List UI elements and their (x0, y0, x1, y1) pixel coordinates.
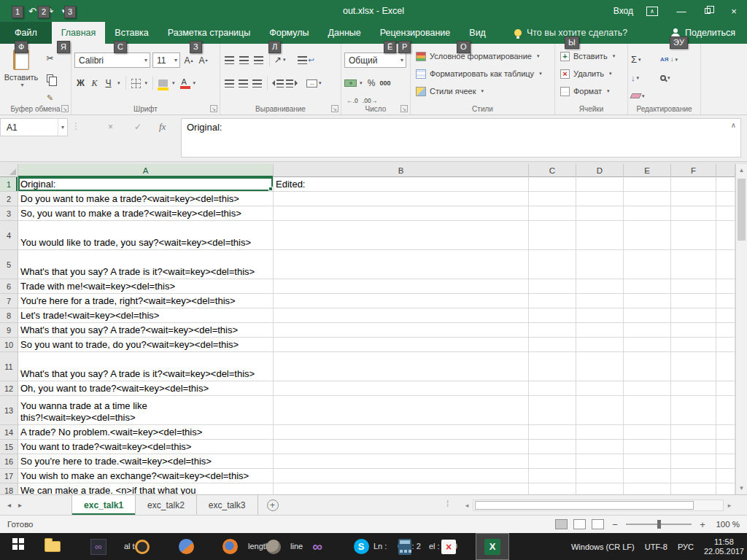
cell-A4[interactable]: You would like to trade, you say?<wait=k… (18, 221, 274, 250)
scroll-left-icon[interactable]: ◂ (462, 502, 471, 509)
column-header-D[interactable]: D (576, 164, 624, 177)
cell-C7[interactable] (529, 294, 576, 308)
row-header-1[interactable]: 1 (0, 177, 18, 192)
cell-E2[interactable] (624, 192, 671, 206)
cell-E12[interactable] (624, 381, 671, 396)
accounting-dropdown-icon[interactable]: ▾ (360, 80, 363, 86)
cell-F4[interactable] (671, 221, 716, 250)
tab-splitter-handle[interactable]: ⁞ (446, 499, 449, 509)
cell-G11[interactable] (716, 352, 735, 381)
cell-C12[interactable] (529, 381, 576, 396)
scroll-right-icon[interactable]: ▸ (725, 502, 734, 509)
row-header-14[interactable]: 14 (0, 425, 18, 440)
cell-B11[interactable] (274, 352, 529, 381)
select-all-corner[interactable] (0, 164, 18, 176)
increase-indent-button[interactable] (285, 76, 298, 90)
cell-G18[interactable] (716, 483, 735, 494)
cell-A9[interactable]: What's that you say? A trade?<wait=key><… (18, 323, 274, 338)
cell-D18[interactable] (576, 483, 624, 494)
align-center-button[interactable] (237, 76, 249, 90)
cell-A6[interactable]: Trade with me!<wait=key><del=this> (18, 279, 274, 294)
cell-B9[interactable] (274, 323, 529, 338)
cell-F7[interactable] (671, 294, 716, 308)
cell-B6[interactable] (274, 279, 529, 294)
font-dialog-launcher[interactable]: ↘ (210, 105, 217, 112)
cell-G3[interactable] (716, 206, 735, 221)
cell-C6[interactable] (529, 279, 576, 294)
formula-input[interactable]: Original: ∧ (181, 118, 741, 158)
cell-C10[interactable] (529, 338, 576, 352)
formula-bar-resize-handle[interactable]: ⋮ (71, 121, 80, 131)
underline-dropdown-icon[interactable]: ▾ (117, 80, 120, 86)
cell-F6[interactable] (671, 279, 716, 294)
format-as-table-button[interactable]: Форматировать как таблицу▾ (411, 65, 554, 82)
cell-A14[interactable]: A trade? No problem.<wait=key><del=this> (18, 425, 274, 440)
cell-D10[interactable] (576, 338, 624, 352)
taskbar-button-blue-orb-app[interactable] (169, 533, 203, 560)
cell-C13[interactable] (529, 396, 576, 425)
cell-D8[interactable] (576, 308, 624, 323)
row-header-12[interactable]: 12 (0, 381, 18, 396)
cell-F1[interactable] (671, 177, 716, 192)
cell-F8[interactable] (671, 308, 716, 323)
format-painter-button[interactable]: ✎ (44, 90, 56, 105)
align-right-button[interactable] (251, 76, 263, 90)
cell-B2[interactable] (274, 192, 529, 206)
cell-E16[interactable] (624, 454, 671, 469)
taskbar-button-red-cross-app[interactable]: × (432, 533, 465, 560)
sheet-next-icon[interactable]: ▸ (18, 501, 22, 509)
cell-G15[interactable] (716, 440, 735, 454)
delete-cells-button[interactable]: Удалить▾ (555, 65, 627, 82)
column-header-partial[interactable] (716, 164, 735, 177)
sheet-tab-exc_talk2[interactable]: exc_talk2 (136, 495, 197, 515)
column-header-E[interactable]: E (624, 164, 671, 177)
tab-Разметка страницы[interactable]: Разметка страницы (158, 22, 260, 44)
clear-button[interactable]: ▾ (631, 87, 660, 105)
name-box[interactable]: A1 ▾ (0, 118, 68, 136)
decrease-indent-button[interactable] (271, 76, 284, 90)
align-left-button[interactable] (223, 76, 236, 90)
column-header-C[interactable]: C (529, 164, 576, 177)
cell-F16[interactable] (671, 454, 716, 469)
cell-G10[interactable] (716, 338, 735, 352)
merge-center-button[interactable]: ↔▾ (306, 76, 323, 90)
cell-G5[interactable] (716, 250, 735, 279)
page-layout-view-button[interactable] (573, 519, 586, 529)
cell-G8[interactable] (716, 308, 735, 323)
cell-D17[interactable] (576, 469, 624, 483)
taskbar-button-calculator[interactable] (388, 533, 422, 560)
row-header-4[interactable]: 4 (0, 221, 18, 250)
scroll-down-icon[interactable]: ▼ (736, 485, 747, 491)
taskbar-button-gimp[interactable] (257, 533, 290, 560)
bold-button[interactable]: Ж (74, 76, 87, 90)
zoom-slider[interactable] (626, 524, 692, 525)
cell-B3[interactable] (274, 206, 529, 221)
italic-button[interactable]: К (88, 76, 101, 90)
taskbar-button-skype[interactable]: S (344, 533, 378, 560)
scroll-up-icon[interactable]: ▲ (736, 167, 747, 174)
autosum-button[interactable]: Σ▾ (631, 50, 660, 69)
cell-F14[interactable] (671, 425, 716, 440)
comma-style-button[interactable]: 000 (379, 76, 392, 90)
vertical-scrollbar-thumb[interactable] (738, 179, 746, 241)
cell-D13[interactable] (576, 396, 624, 425)
cell-B1[interactable]: Edited: (274, 177, 529, 192)
row-header-16[interactable]: 16 (0, 454, 18, 469)
cell-A18[interactable]: We can make a trade. <n>if that what you (18, 483, 274, 494)
fill-handle[interactable] (268, 187, 273, 191)
align-bottom-button[interactable] (252, 52, 265, 67)
font-color-button[interactable]: А (178, 76, 190, 90)
percent-style-button[interactable]: % (365, 76, 378, 90)
cell-B10[interactable] (274, 338, 529, 352)
column-header-B[interactable]: B (274, 164, 529, 177)
row-header-8[interactable]: 8 (0, 308, 18, 323)
cell-E9[interactable] (624, 323, 671, 338)
format-cells-button[interactable]: Формат▾ (555, 82, 627, 100)
cell-G12[interactable] (716, 381, 735, 396)
cell-G1[interactable] (716, 177, 735, 192)
insert-function-button[interactable]: fx (159, 121, 166, 133)
row-header-3[interactable]: 3 (0, 206, 18, 221)
cancel-icon[interactable]: × (108, 122, 113, 132)
taskbar-button-start-button[interactable] (0, 533, 35, 560)
cell-A12[interactable]: Oh, you want to trade?<wait=key><del=thi… (18, 381, 274, 396)
